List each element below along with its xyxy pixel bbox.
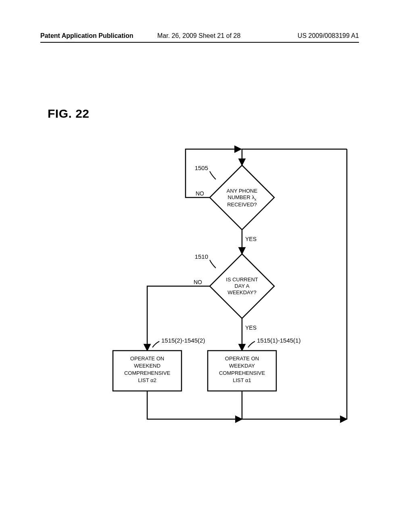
pd-l3: COMPREHENSIVE bbox=[219, 370, 265, 376]
ref-1505: 1505 bbox=[195, 164, 216, 179]
pd-l4: LIST α1 bbox=[233, 377, 251, 383]
d2-l1: IS CURRENT bbox=[226, 276, 258, 283]
d2-l2: DAY A bbox=[234, 283, 249, 289]
ref-weekend-text: 1515(2)-1545(2) bbox=[161, 337, 205, 344]
process-weekday: OPERATE ON WEEKDAY COMPREHENSIVE LIST α1 bbox=[208, 351, 276, 391]
decision-1510: IS CURRENT DAY A WEEKDAY? bbox=[210, 254, 274, 318]
ref-1505-text: 1505 bbox=[195, 164, 208, 171]
edge-entry bbox=[242, 149, 347, 165]
label-yes-1: YES bbox=[245, 236, 257, 242]
figure-title: FIG. 22 bbox=[48, 107, 90, 121]
label-yes-2: YES bbox=[245, 324, 257, 331]
flowchart-figure: NO YES NO YES ANY PHONE NUMBER λ bbox=[81, 145, 355, 435]
ref-1510: 1510 bbox=[195, 253, 216, 268]
edge-d1-yes: YES bbox=[242, 230, 257, 254]
pw-l2: WEEKEND bbox=[134, 363, 161, 369]
pw-l3: COMPREHENSIVE bbox=[124, 370, 170, 376]
pw-l4: LIST α2 bbox=[138, 377, 156, 383]
header-divider bbox=[40, 42, 359, 43]
process-weekend: OPERATE ON WEEKEND COMPREHENSIVE LIST α2 bbox=[113, 351, 181, 391]
ref-weekday-text: 1515(1)-1545(1) bbox=[257, 337, 300, 344]
patent-page: Patent Application Publication Mar. 26, … bbox=[40, 28, 359, 468]
label-no-2: NO bbox=[194, 279, 202, 285]
decision-1505: ANY PHONE NUMBER λx RECEIVED? bbox=[210, 165, 274, 230]
d1-l1: ANY PHONE bbox=[227, 188, 258, 194]
pd-l2: WEEKDAY bbox=[229, 363, 255, 369]
header-pubnum: US 2009/0083199 A1 bbox=[298, 32, 359, 39]
header-publication: Patent Application Publication bbox=[40, 32, 133, 39]
ref-weekend: 1515(2)-1545(2) bbox=[152, 337, 205, 347]
header-sheet: Mar. 26, 2009 Sheet 21 of 28 bbox=[157, 32, 240, 39]
ref-1510-text: 1510 bbox=[195, 253, 208, 260]
d1-l3: RECEIVED? bbox=[227, 202, 257, 208]
label-no-1: NO bbox=[196, 190, 204, 197]
pd-l1: OPERATE ON bbox=[225, 355, 259, 362]
pw-l1: OPERATE ON bbox=[130, 355, 164, 362]
ref-weekday: 1515(1)-1545(1) bbox=[248, 337, 300, 347]
d2-l3: WEEKDAY? bbox=[227, 289, 256, 295]
